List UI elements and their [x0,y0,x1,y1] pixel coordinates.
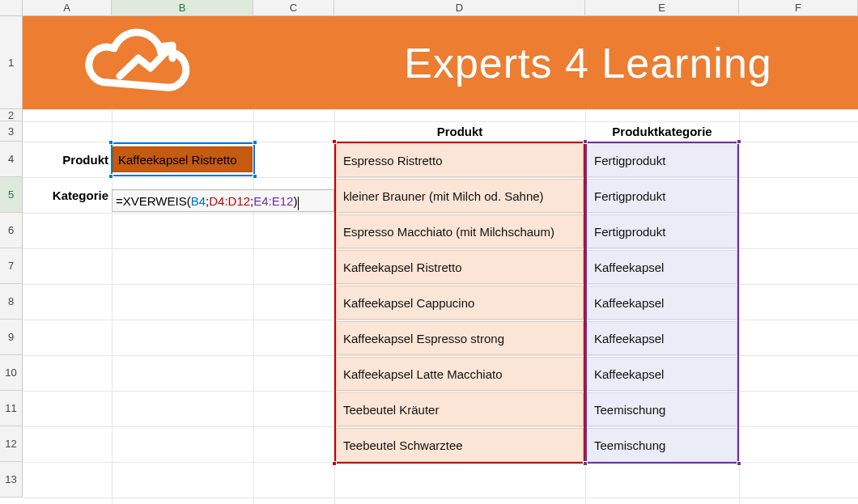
formula-text: =XVERWEIS(B4;D4:D12;E4:E12) [116,194,299,208]
text-cursor-icon [298,197,299,210]
label-produkt: Produkt [23,142,112,177]
row-header-10[interactable]: 10 [0,355,23,391]
row-header-7[interactable]: 7 [0,248,23,284]
banner-title: Experts 4 Learning [334,16,842,109]
table-header-kategorie: Produktkategorie [585,121,739,142]
row-header-3[interactable]: 3 [0,121,23,142]
col-header-E[interactable]: E [585,0,739,16]
table-header-produkt: Produkt [334,121,585,142]
grid-body[interactable]: Experts 4 Learning Produkt Kategorie Kaf… [23,16,858,504]
table-row[interactable]: kleiner Brauner (mit Milch od. Sahne) [336,179,584,213]
select-all-corner[interactable] [0,0,23,16]
logo-cloud-icon [71,18,209,107]
table-row[interactable]: Fertigprodukt [587,143,737,177]
table-row[interactable]: Espresso Ristretto [336,143,584,177]
table-row[interactable]: Teebeutel Kräuter [336,392,584,426]
handle-icon[interactable] [108,140,113,145]
handle-icon[interactable] [332,139,337,144]
table-row[interactable]: Fertigprodukt [587,214,737,248]
row-header-12[interactable]: 12 [0,426,23,462]
handle-icon[interactable] [108,174,113,179]
row-header-5[interactable]: 5 [0,177,23,213]
handle-icon[interactable] [737,139,741,144]
spreadsheet-area: A B C D E F 1 2 3 4 5 6 7 8 9 10 11 12 1… [0,0,858,504]
cell-B5-formula-edit[interactable]: =XVERWEIS(B4;D4:D12;E4:E12) [112,189,334,212]
handle-icon[interactable] [737,461,741,466]
col-header-F[interactable]: F [739,0,858,16]
label-kategorie: Kategorie [23,177,112,213]
row-header-2[interactable]: 2 [0,109,23,121]
cell-B4[interactable]: Kaffeekapsel Ristretto [113,146,253,172]
row-header-4[interactable]: 4 [0,142,23,177]
row-header-8[interactable]: 8 [0,284,23,320]
col-header-A[interactable]: A [23,0,112,16]
table-row[interactable]: Kaffeekapsel [587,250,737,284]
table-row[interactable]: Fertigprodukt [587,179,737,213]
table-row[interactable]: Kaffeekapsel Latte Macchiato [336,357,584,391]
row-header-6[interactable]: 6 [0,213,23,248]
col-header-D[interactable]: D [334,0,585,16]
row-header-1[interactable]: 1 [0,16,23,109]
table-row[interactable]: Kaffeekapsel [587,286,737,320]
table-row[interactable]: Teemischung [587,392,737,426]
handle-icon[interactable] [583,139,588,144]
handle-icon[interactable] [253,140,257,145]
col-header-C[interactable]: C [253,0,334,16]
column-headers: A B C D E F [23,0,858,16]
table-row[interactable]: Kaffeekapsel Cappucino [336,286,584,320]
table-row[interactable]: Kaffeekapsel [587,321,737,355]
table-row[interactable]: Teebeutel Schwarztee [336,428,584,462]
cell-B4-value: Kaffeekapsel Ristretto [118,153,236,167]
row-header-13[interactable]: 13 [0,462,23,498]
table-row[interactable]: Teemischung [587,428,737,462]
row-headers: 1 2 3 4 5 6 7 8 9 10 11 12 13 [0,16,23,498]
col-header-B[interactable]: B [112,0,253,16]
handle-icon[interactable] [253,174,257,179]
row-header-9[interactable]: 9 [0,320,23,355]
handle-icon[interactable] [583,461,588,466]
table-row[interactable]: Espresso Macchiato (mit Milchschaum) [336,214,584,248]
table-row[interactable]: Kaffeekapsel Ristretto [336,250,584,284]
table-row[interactable]: Kaffeekapsel Espresso strong [336,321,584,355]
handle-icon[interactable] [332,461,337,466]
row-header-11[interactable]: 11 [0,391,23,426]
table-row[interactable]: Kaffeekapsel [587,357,737,391]
